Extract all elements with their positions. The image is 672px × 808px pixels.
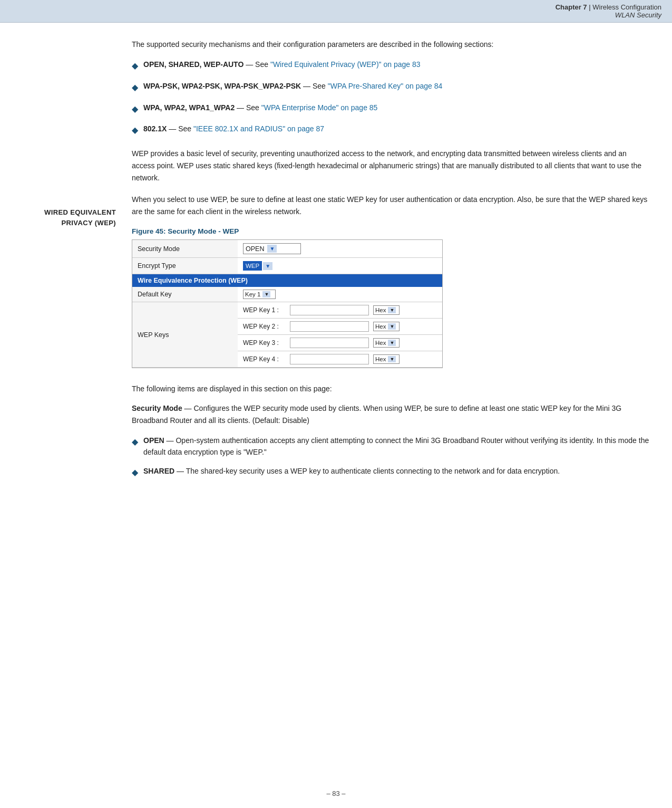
page-number: – 83 –	[326, 790, 345, 797]
security-figure: Security Mode OPEN ▼ Encrypt Type	[132, 239, 443, 368]
default-key-label: Default Key	[132, 287, 238, 302]
hex1-arrow-icon: ▼	[388, 307, 396, 313]
bullet-icon: ◆	[132, 81, 138, 94]
default-key-row: Default Key Key 1 ▼	[132, 287, 442, 302]
bottom-bullet-list: ◆ OPEN — Open-system authentication acce…	[132, 435, 651, 479]
wep-key3-input[interactable]	[290, 338, 369, 348]
fig-table: Security Mode OPEN ▼ Encrypt Type	[132, 240, 442, 368]
chapter-title: Wireless Configuration	[592, 3, 661, 11]
hex2-arrow-icon: ▼	[388, 323, 396, 330]
left-column: Wired Equivalent Privacy (WEP)	[21, 39, 126, 487]
bullet-icon: ◆	[132, 59, 138, 73]
encrypt-type-value: WEP ▼	[238, 258, 442, 274]
list-item: ◆ 802.1X — See "IEEE 802.1X and RADIUS" …	[132, 123, 651, 137]
default-key-select[interactable]: Key 1 ▼	[243, 290, 276, 299]
hex3-arrow-icon: ▼	[388, 340, 396, 346]
following-items-text: The following items are displayed in thi…	[132, 383, 651, 395]
wep-key1-label: WEP Key 1 :	[243, 306, 288, 314]
wep-key4-row: WEP Key 4 : Hex ▼	[243, 354, 437, 364]
security-bullet-list: ◆ OPEN, SHARED, WEP-AUTO — See "Wired Eq…	[132, 59, 651, 137]
encrypt-type-select[interactable]: WEP	[243, 261, 262, 271]
key1-arrow-icon: ▼	[262, 291, 270, 297]
wep-key1-cell: WEP Key 1 : Hex ▼	[238, 302, 442, 319]
right-column: The supported security mechanisms and th…	[126, 39, 651, 487]
hex1-select[interactable]: Hex ▼	[373, 305, 400, 315]
default-key-value: Key 1 ▼	[238, 287, 442, 302]
hex4-select[interactable]: Hex ▼	[373, 354, 400, 364]
wep-key2-cell: WEP Key 2 : Hex ▼	[238, 319, 442, 335]
hex2-select[interactable]: Hex ▼	[373, 322, 400, 331]
bullet-icon: ◆	[132, 123, 138, 137]
open-text: OPEN — Open-system authentication accept…	[143, 435, 651, 458]
wep-key3-label: WEP Key 3 :	[243, 339, 288, 347]
wep-section-header: Wire Equivalence Protection (WEP)	[132, 274, 442, 287]
header-text: Chapter 7 | Wireless Configuration WLAN …	[556, 3, 661, 19]
security-mode-select[interactable]: OPEN ▼	[243, 243, 301, 254]
chapter-label: Chapter 7	[556, 3, 587, 11]
security-mode-row: Security Mode OPEN ▼	[132, 240, 442, 258]
wep-key2-input[interactable]	[290, 321, 369, 332]
shared-text: SHARED — The shared-key security uses a …	[143, 465, 560, 477]
wep-header-row: Wire Equivalence Protection (WEP)	[132, 274, 442, 287]
wep-keys-label: WEP Keys	[132, 302, 238, 368]
bullet-diamond-icon: ◆	[132, 466, 138, 479]
bullet-text: WPA-PSK, WPA2-PSK, WPA-PSK_WPA2-PSK — Se…	[143, 80, 442, 92]
content-wrapper: Wired Equivalent Privacy (WEP) The suppo…	[0, 23, 672, 508]
intro-paragraph: The supported security mechanisms and th…	[132, 39, 651, 50]
bottom-section: The following items are displayed in thi…	[132, 383, 651, 479]
wep-para2: When you select to use WEP, be sure to d…	[132, 194, 651, 218]
encrypt-dropdown-arrow-icon: ▼	[263, 262, 272, 270]
bullet-text: OPEN, SHARED, WEP-AUTO — See "Wired Equi…	[143, 59, 421, 70]
bullet-diamond-icon: ◆	[132, 435, 138, 449]
bullet-text: WPA, WPA2, WPA1_WPA2 — See "WPA Enterpri…	[143, 102, 377, 113]
chapter-subtitle: WLAN Security	[615, 11, 661, 19]
security-mode-desc: Security Mode — Configures the WEP secur…	[132, 402, 651, 427]
security-mode-value: OPEN ▼	[238, 240, 442, 258]
page-footer: – 83 –	[0, 790, 672, 797]
link[interactable]: "WPA Enterprise Mode" on page 85	[261, 103, 378, 112]
list-item: ◆ WPA, WPA2, WPA1_WPA2 — See "WPA Enterp…	[132, 102, 651, 116]
wep-key4-label: WEP Key 4 :	[243, 355, 288, 363]
wep-para1: WEP provides a basic level of security, …	[132, 148, 651, 184]
wep-keys-row: WEP Keys WEP Key 1 : Hex ▼	[132, 302, 442, 319]
hex4-arrow-icon: ▼	[388, 356, 396, 362]
wep-key2-label: WEP Key 2 :	[243, 323, 288, 330]
wep-key3-row: WEP Key 3 : Hex ▼	[243, 338, 437, 348]
encrypt-type-row: Encrypt Type WEP ▼	[132, 258, 442, 274]
link[interactable]: "WPA Pre-Shared Key" on page 84	[328, 82, 442, 90]
wep-key3-cell: WEP Key 3 : Hex ▼	[238, 335, 442, 351]
section-heading: Wired Equivalent Privacy (WEP)	[21, 207, 116, 228]
hex3-select[interactable]: Hex ▼	[373, 338, 400, 348]
wep-key2-row: WEP Key 2 : Hex ▼	[243, 321, 437, 332]
bullet-icon: ◆	[132, 102, 138, 116]
open-bullet: ◆ OPEN — Open-system authentication acce…	[132, 435, 651, 458]
wep-key1-row: WEP Key 1 : Hex ▼	[243, 305, 437, 315]
bullet-text: 802.1X — See "IEEE 802.1X and RADIUS" on…	[143, 123, 324, 134]
wep-key4-input[interactable]	[290, 354, 369, 364]
page-header: Chapter 7 | Wireless Configuration WLAN …	[0, 0, 672, 23]
link[interactable]: "Wired Equivalent Privacy (WEP)" on page…	[270, 60, 421, 69]
encrypt-type-label: Encrypt Type	[132, 258, 238, 274]
security-mode-label: Security Mode	[132, 240, 238, 258]
figure-label: Figure 45: Security Mode - WEP	[132, 227, 651, 235]
list-item: ◆ WPA-PSK, WPA2-PSK, WPA-PSK_WPA2-PSK — …	[132, 80, 651, 94]
dropdown-arrow-icon: ▼	[267, 245, 277, 253]
wep-key1-input[interactable]	[290, 305, 369, 315]
shared-bullet: ◆ SHARED — The shared-key security uses …	[132, 465, 651, 479]
list-item: ◆ OPEN, SHARED, WEP-AUTO — See "Wired Eq…	[132, 59, 651, 73]
wep-key4-cell: WEP Key 4 : Hex ▼	[238, 351, 442, 368]
link[interactable]: "IEEE 802.1X and RADIUS" on page 87	[193, 124, 324, 133]
